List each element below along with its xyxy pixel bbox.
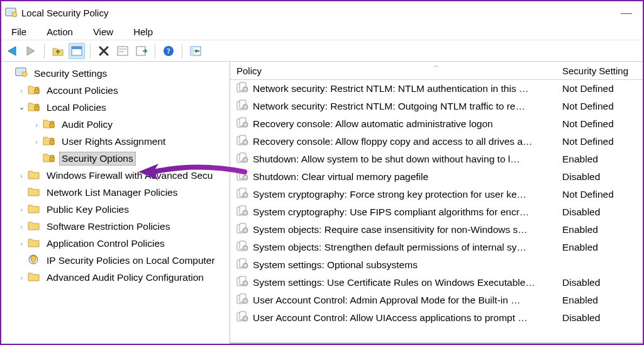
security-setting-value: Enabled — [557, 295, 643, 306]
folder-lock-icon — [28, 84, 40, 98]
tree: ▸ Security Settings ›Account Policies⌄Lo… — [1, 65, 230, 286]
tree-root[interactable]: ▸ Security Settings — [1, 65, 230, 82]
chevron-right-icon[interactable]: › — [16, 239, 26, 249]
tree-node[interactable]: ›Advanced Audit Policy Configuration — [1, 269, 230, 286]
up-one-level-button[interactable] — [50, 43, 66, 59]
tree-node[interactable]: ›Account Policies — [1, 82, 230, 99]
policy-name: System cryptography: Force strong key pr… — [253, 189, 557, 200]
list-row[interactable]: Shutdown: Clear virtual memory pagefileD… — [230, 168, 643, 186]
menu-view[interactable]: View — [87, 25, 119, 38]
policy-name: Shutdown: Allow system to be shut down w… — [253, 154, 557, 165]
titlebar: Local Security Policy — — [1, 1, 643, 24]
content-area: ▸ Security Settings ›Account Policies⌄Lo… — [1, 62, 643, 344]
folder-icon — [28, 186, 40, 200]
tree-node-label: Advanced Audit Policy Configuration — [44, 271, 206, 285]
list-row[interactable]: Network security: Restrict NTLM: Outgoin… — [230, 98, 643, 115]
tree-node-label: Security Options — [59, 152, 136, 166]
chevron-down-icon[interactable]: ⌄ — [16, 103, 26, 113]
menu-action[interactable]: Action — [40, 25, 79, 38]
security-setting-value: Not Defined — [557, 101, 643, 112]
policy-name: System settings: Optional subsystems — [253, 259, 557, 271]
folder-icon — [28, 220, 40, 234]
security-setting-value: Disabled — [557, 277, 643, 288]
show-hide-action-pane-button[interactable] — [187, 43, 204, 59]
delete-button[interactable] — [96, 43, 112, 59]
list-row[interactable]: System objects: Strengthen default permi… — [230, 239, 643, 256]
list-row[interactable]: Recovery console: Allow automatic admini… — [230, 115, 643, 133]
list-pane[interactable]: ︿ Policy Security Setting Network securi… — [230, 62, 643, 344]
security-setting-value: Disabled — [557, 171, 643, 183]
folder-icon — [28, 271, 40, 285]
policy-name: System cryptography: Use FIPS compliant … — [253, 206, 557, 218]
list-row[interactable]: Network security: Restrict NTLM: NTLM au… — [230, 80, 643, 98]
policy-icon — [236, 223, 253, 237]
chevron-right-icon[interactable]: › — [16, 205, 26, 215]
policy-icon — [236, 188, 253, 201]
tree-node[interactable]: ›Security Options — [1, 150, 230, 167]
list-row[interactable]: System cryptography: Force strong key pr… — [230, 186, 643, 203]
policy-icon — [236, 258, 253, 272]
tree-node-label: Application Control Policies — [44, 237, 167, 251]
security-setting-value: Enabled — [557, 224, 643, 235]
tree-node[interactable]: ›Windows Firewall with Advanced Secu — [1, 167, 230, 184]
policy-icon — [236, 205, 253, 219]
chevron-right-icon[interactable]: › — [16, 171, 26, 181]
security-setting-value: Not Defined — [557, 136, 643, 147]
chevron-right-icon[interactable]: › — [31, 120, 42, 130]
chevron-right-icon[interactable]: › — [31, 137, 42, 147]
tree-node-label: Account Policies — [44, 84, 121, 98]
tree-node[interactable]: ›Audit Policy — [1, 116, 230, 133]
tree-node-label: Software Restriction Policies — [44, 220, 172, 234]
chevron-right-icon[interactable]: › — [16, 86, 26, 96]
list-row[interactable]: Recovery console: Allow floppy copy and … — [230, 133, 643, 150]
folder-icon — [28, 203, 40, 217]
tree-node-label: Public Key Policies — [44, 203, 131, 217]
tree-node[interactable]: ›User Rights Assignment — [1, 133, 230, 150]
list-row[interactable]: Shutdown: Allow system to be shut down w… — [230, 150, 643, 168]
security-setting-value: Enabled — [557, 154, 643, 165]
minimize-button[interactable]: — — [614, 6, 639, 20]
shield-icon — [28, 254, 40, 268]
tree-node[interactable]: ›IP Security Policies on Local Computer — [1, 252, 230, 269]
security-setting-value: Not Defined — [557, 118, 643, 130]
show-hide-tree-button[interactable] — [69, 43, 85, 59]
toolbar — [1, 40, 643, 62]
security-settings-icon — [15, 67, 28, 81]
list-row[interactable]: System settings: Optional subsystems — [230, 256, 643, 274]
export-list-button[interactable] — [133, 43, 150, 59]
security-setting-value: Enabled — [557, 242, 643, 253]
policy-name: Recovery console: Allow automatic admini… — [253, 118, 557, 130]
policy-name: Recovery console: Allow floppy copy and … — [253, 136, 557, 147]
tree-pane[interactable]: ▸ Security Settings ›Account Policies⌄Lo… — [1, 62, 230, 344]
toolbar-separator — [44, 43, 45, 59]
list-row[interactable]: System cryptography: Use FIPS compliant … — [230, 203, 643, 221]
back-button[interactable] — [4, 43, 20, 59]
tree-node[interactable]: ⌄Local Policies — [1, 99, 230, 116]
policy-icon — [236, 135, 253, 149]
help-button[interactable] — [160, 43, 177, 59]
list-row[interactable]: System objects: Require case insensitivi… — [230, 221, 643, 239]
policy-icon — [236, 99, 253, 113]
chevron-right-icon[interactable]: › — [16, 222, 26, 232]
policy-icon — [236, 82, 253, 96]
tree-node[interactable]: ›Software Restriction Policies — [1, 218, 230, 235]
menu-help[interactable]: Help — [127, 25, 159, 38]
tree-node-label: Local Policies — [44, 101, 109, 115]
list-row[interactable]: System settings: Use Certificate Rules o… — [230, 274, 643, 291]
tree-node-label: User Rights Assignment — [59, 135, 168, 149]
list-row[interactable]: User Account Control: Admin Approval Mod… — [230, 291, 643, 309]
folder-lock-icon — [43, 118, 55, 132]
tree-node-label: Audit Policy — [59, 118, 115, 132]
list-body: Network security: Restrict NTLM: NTLM au… — [230, 80, 643, 344]
properties-button[interactable] — [114, 43, 131, 59]
tree-node[interactable]: ›Network List Manager Policies — [1, 184, 230, 201]
tree-node[interactable]: ›Application Control Policies — [1, 235, 230, 252]
column-header-policy[interactable]: Policy — [236, 65, 557, 76]
list-row[interactable]: User Account Control: Allow UIAccess app… — [230, 309, 643, 327]
menu-file[interactable]: File — [5, 25, 33, 38]
tree-node[interactable]: ›Public Key Policies — [1, 201, 230, 218]
list-header[interactable]: ︿ Policy Security Setting — [230, 62, 643, 80]
security-setting-value: Not Defined — [557, 83, 643, 94]
column-header-setting[interactable]: Security Setting — [557, 65, 643, 76]
chevron-right-icon[interactable]: › — [16, 273, 26, 283]
